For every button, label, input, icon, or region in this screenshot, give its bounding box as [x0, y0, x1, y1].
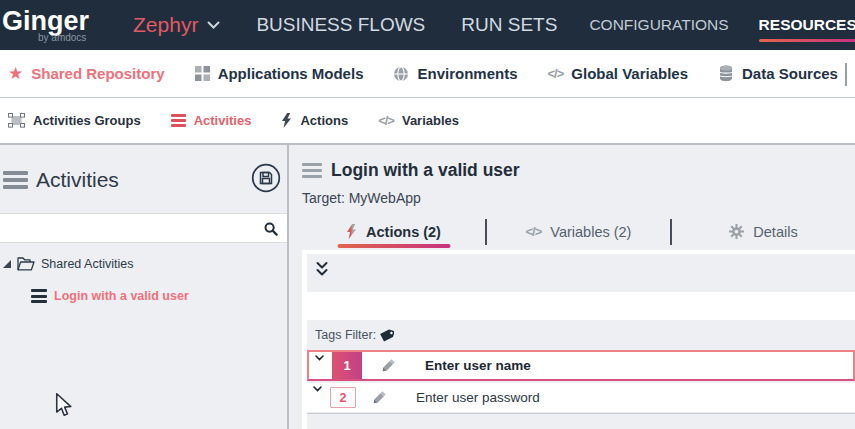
selection-box-icon — [8, 113, 25, 128]
tab-variables[interactable]: </> Variables — [378, 113, 459, 128]
tab-details-label: Details — [753, 224, 797, 240]
row-expand-cell[interactable] — [309, 352, 332, 379]
tag-icon[interactable] — [379, 328, 394, 343]
tree-node-login-activity[interactable]: Login with a valid user — [0, 285, 287, 307]
action-row[interactable]: 2 Enter user password — [307, 383, 855, 412]
search-icon[interactable] — [264, 222, 278, 236]
subnav-shared-repository[interactable]: ★ Shared Repository — [8, 65, 165, 82]
solution-name: Zephyr — [133, 13, 198, 37]
activity-icon — [31, 289, 47, 303]
app-window: Ginger by amdocs Zephyr BUSINESS FLOWS R… — [0, 0, 855, 429]
action-description: Enter user name — [425, 358, 531, 373]
subnav-environments-label: Environments — [417, 65, 517, 82]
rows-bottom-spacer — [307, 413, 855, 429]
subnav-data-sources[interactable]: Data Sources — [718, 65, 838, 82]
chevron-down-icon — [313, 386, 322, 392]
tab-variables[interactable]: </> Variables (2) — [487, 215, 670, 248]
nav-run-sets[interactable]: RUN SETS — [461, 14, 557, 36]
activity-title: Login with a valid user — [331, 160, 520, 181]
tree-node-shared-activities[interactable]: Shared Activities — [0, 253, 287, 275]
subnav-applications-models[interactable]: Applications Models — [195, 65, 364, 82]
brand-name: Ginger — [2, 8, 89, 34]
collapse-all-row — [307, 254, 855, 292]
chevron-down-icon — [207, 21, 220, 30]
brand-logo[interactable]: Ginger by amdocs — [2, 8, 89, 43]
tab-variables-label: Variables (2) — [550, 224, 631, 240]
resources-subnav: ★ Shared Repository Applications Models … — [0, 50, 855, 98]
activities-search-input[interactable] — [0, 214, 287, 242]
tab-activities-groups-label: Activities Groups — [33, 113, 141, 128]
menu-icon — [302, 163, 322, 178]
active-tab-underline — [337, 244, 450, 248]
subnav-applications-models-label: Applications Models — [218, 65, 364, 82]
subnav-shared-repository-label: Shared Repository — [31, 65, 164, 82]
edit-pencil-icon[interactable] — [379, 357, 398, 374]
double-chevron-down-icon[interactable] — [315, 261, 329, 278]
nav-configurations[interactable]: CONFIGURATIONS — [589, 16, 728, 34]
activities-sidebar: Activities Shared Activities Login with … — [0, 145, 289, 429]
nav-resources-label: RESOURCES — [759, 16, 855, 33]
solution-selector[interactable]: Zephyr — [133, 13, 220, 37]
folder-open-icon — [17, 257, 35, 271]
tags-filter-row: Tags Filter: — [307, 320, 855, 350]
lightning-icon — [346, 224, 357, 239]
database-icon — [718, 65, 734, 82]
activities-tree: Shared Activities Login with a valid use… — [0, 253, 287, 307]
tab-actions-label: Actions (2) — [366, 224, 441, 240]
subnav-global-variables[interactable]: </> Global Variables — [548, 65, 689, 82]
nav-resources[interactable]: RESOURCES — [759, 16, 855, 34]
tab-variables-label: Variables — [402, 113, 459, 128]
row-expand-cell[interactable] — [307, 383, 330, 412]
tab-actions[interactable]: Actions — [281, 113, 348, 128]
tree-node-label: Login with a valid user — [54, 289, 189, 303]
tags-filter-label: Tags Filter: — [315, 328, 376, 342]
subnav-environments[interactable]: Environments — [393, 65, 517, 82]
tab-activities-label: Activities — [194, 113, 252, 128]
subnav-global-variables-label: Global Variables — [571, 65, 688, 82]
subnav-divider — [845, 63, 847, 86]
tab-activities-groups[interactable]: Activities Groups — [8, 113, 141, 128]
action-description: Enter user password — [416, 390, 540, 405]
save-button[interactable] — [251, 163, 281, 197]
gear-icon — [729, 224, 744, 239]
repository-subnav: Activities Groups Activities Actions </>… — [0, 98, 855, 145]
tree-expander-icon[interactable] — [3, 260, 11, 268]
actions-filter-bar[interactable] — [307, 292, 855, 320]
actions-tab-content: Tags Filter: 1 Enter user name — [302, 250, 855, 429]
activity-title-row: Login with a valid user — [302, 160, 855, 181]
nav-business-flows[interactable]: BUSINESS FLOWS — [256, 14, 425, 36]
tab-actions[interactable]: Actions (2) — [302, 215, 485, 248]
activity-tabs: Actions (2) </> Variables (2) Details — [302, 215, 855, 248]
menu-icon — [171, 114, 186, 127]
subnav-data-sources-label: Data Sources — [742, 65, 838, 82]
menu-icon — [3, 171, 28, 189]
tree-node-label: Shared Activities — [41, 257, 133, 271]
brand-byline: by amdocs — [38, 32, 89, 43]
code-icon: </> — [526, 224, 542, 239]
tab-actions-label: Actions — [300, 113, 348, 128]
workspace: Activities Shared Activities Login with … — [0, 145, 855, 429]
active-nav-underline — [759, 39, 855, 42]
sidebar-title: Activities — [36, 168, 119, 192]
activity-detail-panel: Login with a valid user Target: MyWebApp… — [289, 145, 855, 429]
chevron-down-icon — [315, 355, 324, 361]
code-icon: </> — [548, 66, 564, 81]
sidebar-header: Activities — [0, 163, 287, 197]
top-navbar: Ginger by amdocs Zephyr BUSINESS FLOWS R… — [0, 0, 855, 50]
action-index-badge: 1 — [332, 352, 362, 379]
grid-icon — [195, 66, 210, 81]
edit-pencil-icon[interactable] — [370, 389, 389, 406]
code-icon: </> — [378, 113, 394, 128]
globe-icon — [393, 66, 409, 82]
action-row[interactable]: 1 Enter user name — [307, 350, 855, 381]
action-index-badge: 2 — [330, 387, 356, 408]
tab-details[interactable]: Details — [672, 215, 855, 248]
sidebar-search — [0, 213, 287, 243]
star-icon: ★ — [8, 66, 23, 82]
save-icon — [251, 163, 281, 193]
activity-target: Target: MyWebApp — [302, 190, 855, 206]
lightning-icon — [281, 113, 292, 128]
tab-activities[interactable]: Activities — [171, 113, 252, 128]
